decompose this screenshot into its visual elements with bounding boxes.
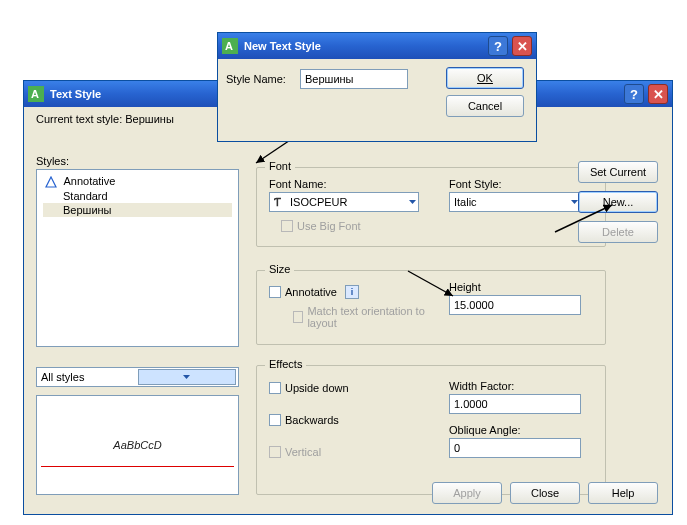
help-titlebar-button[interactable]: ? [488, 36, 508, 56]
style-name-label: Style Name: [226, 73, 286, 85]
svg-text:A: A [225, 40, 233, 52]
svg-text:Ƭ: Ƭ [274, 196, 281, 208]
use-big-font-checkbox: Use Big Font [281, 220, 361, 232]
font-preview: AaBbCcD [36, 395, 239, 495]
filter-combo[interactable]: All styles [36, 367, 239, 387]
font-group: Font Font Name: Ƭ ISOCPEUR Font Style: I… [256, 167, 606, 247]
window-title: New Text Style [244, 40, 321, 52]
height-input[interactable] [449, 295, 581, 315]
chevron-down-icon[interactable] [409, 200, 416, 204]
width-factor-label: Width Factor: [449, 380, 514, 392]
font-name-label: Font Name: [269, 178, 326, 190]
annotative-checkbox[interactable]: Annotative i [269, 285, 359, 299]
effects-group: Effects Upside down Backwards Vertical W… [256, 365, 606, 495]
apply-button: Apply [432, 482, 502, 504]
cancel-button[interactable]: Cancel [446, 95, 524, 117]
font-name-combo[interactable]: Ƭ ISOCPEUR [269, 192, 419, 212]
list-item[interactable]: Вершины [43, 203, 232, 217]
font-style-value: Italic [454, 196, 571, 208]
app-icon: A [222, 38, 238, 54]
close-button[interactable]: Close [510, 482, 580, 504]
window-title: Text Style [50, 88, 101, 100]
group-legend: Effects [265, 358, 306, 370]
new-text-style-dialog: A New Text Style ? ✕ Style Name: OK Canc… [217, 32, 537, 142]
vertical-checkbox: Vertical [269, 446, 321, 458]
new-button[interactable]: New... [578, 191, 658, 213]
group-legend: Size [265, 263, 294, 275]
match-orientation-checkbox: Match text orientation to layout [293, 305, 433, 329]
font-style-combo[interactable]: Italic [449, 192, 581, 212]
svg-text:A: A [31, 88, 39, 100]
annotative-icon [45, 176, 57, 188]
help-button[interactable]: Help [588, 482, 658, 504]
width-factor-input[interactable] [449, 394, 581, 414]
delete-button: Delete [578, 221, 658, 243]
font-name-value: ISOCPEUR [286, 196, 409, 208]
info-icon[interactable]: i [345, 285, 359, 299]
help-titlebar-button[interactable]: ? [624, 84, 644, 104]
ok-button[interactable]: OK [446, 67, 524, 89]
backwards-checkbox[interactable]: Backwards [269, 414, 339, 426]
height-label: Height [449, 281, 481, 293]
titlebar[interactable]: A New Text Style ? ✕ [218, 33, 536, 59]
current-style-value: Вершины [125, 113, 174, 125]
close-titlebar-button[interactable]: ✕ [648, 84, 668, 104]
dialog-body: Style Name: OK Cancel [218, 59, 536, 141]
filter-value: All styles [41, 371, 138, 383]
dialog-body: Current text style: Вершины Styles: Anno… [24, 107, 672, 514]
chevron-down-icon[interactable] [138, 369, 237, 385]
list-item[interactable]: Standard [43, 189, 232, 203]
app-icon: A [28, 86, 44, 102]
upside-down-checkbox[interactable]: Upside down [269, 382, 349, 394]
truetype-icon: Ƭ [274, 196, 286, 208]
set-current-button[interactable]: Set Current [578, 161, 658, 183]
size-group: Size Annotative i Match text orientation… [256, 270, 606, 345]
styles-label: Styles: [36, 155, 239, 167]
oblique-angle-input[interactable] [449, 438, 581, 458]
font-style-label: Font Style: [449, 178, 502, 190]
text-style-window: A Text Style ? ✕ Current text style: Вер… [23, 80, 673, 515]
current-style-label: Current text style: [36, 113, 122, 125]
oblique-angle-label: Oblique Angle: [449, 424, 521, 436]
close-titlebar-button[interactable]: ✕ [512, 36, 532, 56]
list-item[interactable]: Annotative [43, 174, 232, 189]
styles-list[interactable]: Annotative Standard Вершины [36, 169, 239, 347]
style-name-input[interactable] [300, 69, 408, 89]
chevron-down-icon[interactable] [571, 200, 578, 204]
group-legend: Font [265, 160, 295, 172]
